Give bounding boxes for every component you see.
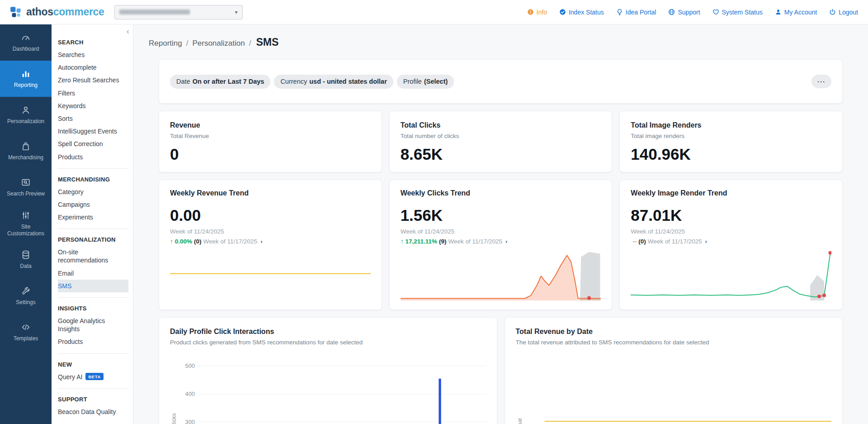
chip-label: Date bbox=[176, 78, 190, 85]
nav-label: Logout bbox=[839, 9, 858, 16]
card-title: Weekly Revenue Trend bbox=[170, 189, 371, 197]
subnav-item-label: Experiments bbox=[58, 214, 93, 221]
site-selector[interactable]: ▾ bbox=[114, 5, 243, 19]
profile-filter-chip[interactable]: Profile (Select) bbox=[397, 75, 454, 89]
sidebar-item-merchandising[interactable]: Merchandising bbox=[0, 133, 52, 169]
date-filter-chip[interactable]: Date On or after Last 7 Days bbox=[170, 75, 270, 89]
chevron-right-icon[interactable]: › bbox=[260, 238, 263, 245]
nav-my-account[interactable]: My Account bbox=[775, 9, 817, 16]
subnav-item-query-ai[interactable]: Query AIBETA bbox=[58, 371, 128, 383]
sidebar-item-data[interactable]: Data bbox=[0, 242, 52, 278]
weekly-revenue-sparkline bbox=[170, 250, 371, 300]
nav-label: My Account bbox=[784, 9, 817, 16]
revenue-metric-card: Revenue Total Revenue 0 bbox=[159, 111, 382, 172]
merchandising-bag-icon bbox=[21, 141, 31, 151]
trend-delta: ↑ 0.00% (0) Week of 11/17/2025 › bbox=[170, 238, 371, 245]
subnav-item-on-site-recommendations[interactable]: On-site recommendations bbox=[58, 246, 128, 267]
collapse-sidebar-icon[interactable]: ‹ bbox=[127, 27, 129, 35]
sidebar-item-label: Merchandising bbox=[8, 154, 43, 161]
subnav-item-label: SMS bbox=[58, 282, 71, 290]
subnav-section-title: SUPPORT bbox=[58, 392, 128, 405]
sidebar-item-dashboard[interactable]: Dashboard bbox=[0, 24, 52, 61]
sliders-icon bbox=[21, 210, 31, 220]
trend-delta: -- (0) Week of 11/17/2025 › bbox=[631, 238, 831, 245]
nav-support[interactable]: Support bbox=[668, 9, 700, 16]
chip-label: Currency bbox=[280, 78, 307, 85]
nav-info[interactable]: Info bbox=[527, 9, 547, 16]
breadcrumb-reporting[interactable]: Reporting bbox=[149, 39, 182, 48]
sidebar-item-site-customizations[interactable]: Site Customizations bbox=[0, 205, 52, 242]
trend-week: Week of 11/24/2025 bbox=[401, 228, 601, 235]
currency-filter-chip[interactable]: Currency usd - united states dollar bbox=[274, 75, 393, 89]
daily-profile-clicks-chart: 500400300 bbox=[180, 352, 486, 424]
subnav-item-intellisuggest-events[interactable]: IntelliSuggest Events bbox=[52, 125, 133, 138]
sidebar-item-templates[interactable]: Templates bbox=[0, 314, 52, 350]
subnav-item-products[interactable]: Products bbox=[58, 335, 128, 348]
y-axis-label: Profile Clicks bbox=[171, 413, 177, 424]
sidebar-item-label: Reporting bbox=[14, 82, 38, 88]
more-options-button[interactable]: ··· bbox=[811, 75, 831, 88]
caret-down-icon: ▾ bbox=[235, 9, 237, 15]
subnav-item-keywords[interactable]: Keywords bbox=[52, 100, 133, 112]
subnav-item-sorts[interactable]: Sorts bbox=[52, 112, 133, 125]
trend-value: 0.00 bbox=[170, 206, 371, 224]
svg-text:500: 500 bbox=[185, 363, 195, 369]
total-revenue-by-date-chart bbox=[526, 352, 832, 424]
subnav-item-beacon-data-quality[interactable]: Beacon Data Quality bbox=[58, 405, 128, 418]
chip-value: (Select) bbox=[424, 78, 448, 85]
up-arrow-icon: ↑ bbox=[401, 238, 404, 245]
subnav-item-filters[interactable]: Filters bbox=[52, 87, 133, 100]
globe-icon bbox=[668, 9, 675, 15]
subnav-section-insights: INSIGHTSGoogle Analytics InsightsProduct… bbox=[58, 297, 128, 348]
breadcrumb: Reporting / Personalization / SMS bbox=[149, 36, 843, 48]
chip-value: On or after Last 7 Days bbox=[193, 78, 264, 85]
delta-count: (0) bbox=[194, 238, 202, 245]
chevron-right-icon[interactable]: › bbox=[705, 238, 707, 245]
subnav-item-spell-correction[interactable]: Spell Correction bbox=[52, 138, 133, 150]
subnav-item-label: Google Analytics Insights bbox=[58, 317, 105, 333]
up-arrow-icon: ↑ bbox=[170, 238, 173, 245]
subnav-item-searches[interactable]: Searches bbox=[52, 48, 133, 61]
weekly-clicks-trend-card: Weekly Clicks Trend 1.56K Week of 11/24/… bbox=[389, 180, 613, 310]
subnav-item-email[interactable]: Email bbox=[58, 267, 128, 280]
chevron-right-icon[interactable]: › bbox=[505, 238, 508, 245]
nav-index-status[interactable]: Index Status bbox=[559, 9, 604, 16]
breadcrumb-personalization[interactable]: Personalization bbox=[192, 39, 245, 48]
trend-week: Week of 11/24/2025 bbox=[631, 228, 831, 235]
subnav-section-merchandising: MERCHANDISINGCategoryCampaignsExperiment… bbox=[58, 168, 128, 224]
sidebar-item-settings[interactable]: Settings bbox=[0, 278, 52, 314]
card-subtitle: Total image renders bbox=[631, 133, 831, 139]
personalization-user-icon bbox=[21, 105, 31, 115]
main-content: Reporting / Personalization / SMS Date O… bbox=[133, 24, 868, 424]
search-preview-icon bbox=[21, 177, 31, 187]
primary-sidebar: Dashboard Reporting Personalization Merc… bbox=[0, 24, 52, 424]
lightbulb-icon bbox=[616, 9, 623, 15]
brand-logo[interactable]: athoscommerce bbox=[10, 6, 104, 18]
trend-value: 87.01K bbox=[631, 206, 831, 224]
subnav-item-autocomplete[interactable]: Autocomplete bbox=[52, 61, 133, 74]
info-icon bbox=[527, 9, 534, 15]
nav-logout[interactable]: Logout bbox=[829, 9, 858, 16]
breadcrumb-separator: / bbox=[249, 39, 251, 48]
subnav-item-category[interactable]: Category bbox=[58, 186, 128, 198]
subnav-item-sms[interactable]: SMS bbox=[58, 280, 128, 292]
subnav-item-label: On-site recommendations bbox=[58, 248, 108, 264]
sidebar-item-search-preview[interactable]: Search Preview bbox=[0, 169, 52, 205]
sidebar-item-reporting[interactable]: Reporting bbox=[0, 61, 52, 97]
nav-label: System Status bbox=[722, 9, 763, 16]
topbar: athoscommerce ▾ Info Index Status Idea P… bbox=[0, 0, 868, 24]
subnav-item-google-analytics-insights[interactable]: Google Analytics Insights bbox=[58, 314, 128, 335]
card-title: Revenue bbox=[170, 121, 371, 129]
sidebar-item-personalization[interactable]: Personalization bbox=[0, 97, 52, 133]
nav-idea-portal[interactable]: Idea Portal bbox=[616, 9, 656, 16]
subnav-item-campaigns[interactable]: Campaigns bbox=[58, 198, 128, 211]
subnav-item-label: Category bbox=[58, 188, 84, 195]
subnav-item-zero-result-searches[interactable]: Zero Result Searches bbox=[52, 74, 133, 86]
trend-value: 1.56K bbox=[401, 206, 601, 224]
secondary-sidebar: ‹ SEARCHSearchesAutocompleteZero Result … bbox=[52, 24, 133, 424]
beta-badge: BETA bbox=[85, 373, 103, 380]
nav-system-status[interactable]: System Status bbox=[712, 9, 763, 16]
subnav-item-products[interactable]: Products bbox=[52, 151, 133, 163]
card-subtitle: Product clicks generated from SMS recomm… bbox=[170, 339, 486, 346]
subnav-item-experiments[interactable]: Experiments bbox=[58, 211, 128, 224]
